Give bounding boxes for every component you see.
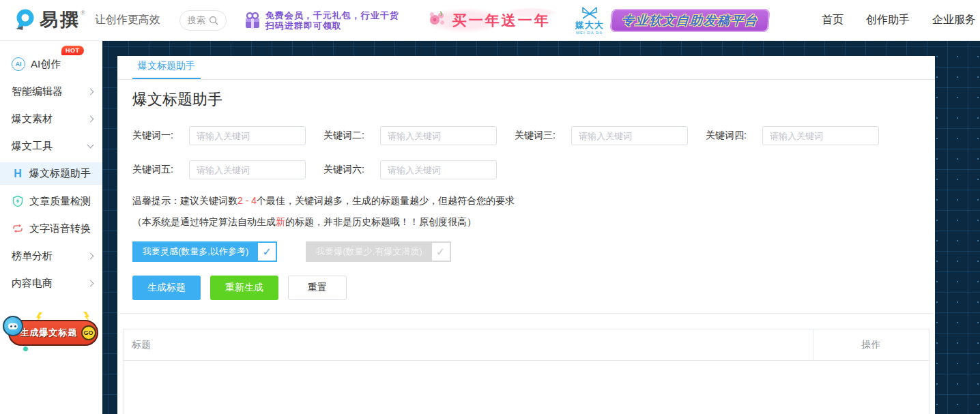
reset-button[interactable]: 重置 [288, 276, 347, 300]
app-logo-text: 易撰 [40, 8, 81, 31]
sidebar-item-viral-material[interactable]: 爆文素材 [0, 105, 102, 132]
sidebar-item-viral-title-assistant[interactable]: H 爆文标题助手 [0, 162, 102, 185]
top-header: 易撰 ® 让创作更高效 搜索 免费会员，千元礼包，行业干货 扫码进群即可领取 [0, 0, 980, 41]
chevron-right-icon [87, 252, 94, 259]
tips-text: 温馨提示：建议关键词数2 - 4个最佳，关键词越多，生成的标题量越少，但越符合您… [132, 190, 920, 233]
keyword-group-2: 关键词二: [323, 126, 515, 145]
keyword-label-2: 关键词二: [323, 130, 380, 142]
promo-banner-gift[interactable]: 免费会员，千元礼包，行业干货 扫码进群即可领取 [243, 10, 399, 31]
sidebar-item-viral-tools[interactable]: 爆文工具 [0, 132, 102, 160]
sidebar-item-ranking-analysis[interactable]: 榜单分析 [0, 242, 102, 269]
sidebar: AI AI创作 HOT 智能编辑器 爆文素材 爆文工具 H 爆文标题助手 文章质… [0, 41, 102, 414]
keyword-input-3[interactable] [571, 126, 688, 145]
robot-mascot-icon [3, 316, 23, 336]
gift-icon [243, 11, 262, 30]
column-header-title: 标题 [124, 329, 813, 360]
search-label: 搜索 [188, 14, 205, 27]
promo-banner-softarticle[interactable]: 专业软文自助发稿平台 [609, 9, 769, 32]
anniversary-promo-text: 买一年送一年 [452, 11, 551, 30]
sidebar-item-ai-creation[interactable]: AI AI创作 HOT [0, 50, 102, 78]
gift-promo-line1: 免费会员，千元礼包，行业干货 [265, 10, 399, 20]
keyword-group-4: 关键词四: [706, 126, 897, 145]
tab-viral-title-assistant[interactable]: 爆文标题助手 [132, 60, 201, 79]
checkbox-checked-icon[interactable]: ✓ [258, 243, 276, 261]
main-content-area: 爆文标题助手 爆文标题助手 关键词一: 关键词二: 关键词三: 关键词四: [102, 41, 980, 414]
toggle-inspiration-mode[interactable]: 我要灵感(数量多,以作参考) ✓ [132, 241, 277, 262]
meidada-subtitle: MEI DA DA [576, 31, 603, 35]
keyword-group-6: 关键词六: [323, 160, 515, 179]
page-title: 爆文标题助手 [132, 89, 920, 110]
ai-chat-icon: AI [12, 57, 25, 71]
meidada-name: 媒大大 [575, 20, 604, 29]
search-button[interactable]: 搜索 [179, 10, 227, 31]
keyword-label-6: 关键词六: [323, 164, 380, 176]
keyword-input-5[interactable] [189, 160, 306, 179]
promo-text: 生成爆文标题 [20, 327, 78, 339]
keyword-label-1: 关键词一: [132, 130, 189, 142]
app-tagline: 让创作更高效 [95, 13, 160, 27]
keyword-group-3: 关键词三: [515, 126, 706, 145]
sidebar-item-text-to-speech[interactable]: 文字语音转换 [0, 215, 102, 242]
keyword-group-5: 关键词五: [132, 160, 323, 179]
hot-badge: HOT [61, 46, 84, 55]
checkbox-unchecked-icon[interactable]: ✓ [432, 243, 450, 261]
content-card: 爆文标题助手 爆文标题助手 关键词一: 关键词二: 关键词三: 关键词四: [117, 56, 935, 414]
softarticle-promo-text: 专业软文自助发稿平台 [621, 14, 758, 27]
meidada-bow-icon [581, 6, 599, 20]
regenerate-button[interactable]: 重新生成 [210, 276, 278, 300]
h-icon: H [12, 168, 24, 180]
keyword-group-1: 关键词一: [132, 126, 323, 145]
keyword-input-6[interactable] [380, 160, 497, 179]
meidada-logo[interactable]: 媒大大 MEI DA DA [575, 6, 604, 35]
keyword-form: 关键词一: 关键词二: 关键词三: 关键词四: 关键词五: [132, 126, 920, 194]
chevron-right-icon [87, 115, 94, 122]
top-nav: 首页 创作助手 企业服务 [799, 13, 980, 27]
action-buttons: 生成标题 重新生成 重置 [132, 276, 920, 300]
generate-viral-title-promo[interactable]: 生成爆文标题 GO [3, 314, 100, 350]
nav-creation-assistant[interactable]: 创作助手 [866, 13, 910, 27]
keyword-input-1[interactable] [189, 126, 306, 145]
keyword-input-2[interactable] [380, 126, 497, 145]
results-table: 标题 操作 [123, 329, 929, 414]
generate-title-button[interactable]: 生成标题 [132, 276, 201, 300]
promo-banner-anniversary[interactable]: 买一年送一年 [425, 8, 558, 33]
go-button: GO [81, 325, 96, 340]
search-icon [209, 16, 218, 25]
flower-icon [427, 9, 450, 32]
registered-mark: ® [81, 10, 85, 16]
toggle-viral-mode[interactable]: 我要爆(数量少,有爆文潜质) ✓ [306, 241, 450, 262]
decor-dot [23, 346, 28, 351]
chevron-down-icon [87, 142, 94, 149]
loop-arrows-icon [12, 222, 24, 235]
app-logo-icon [14, 8, 37, 33]
keyword-input-4[interactable] [762, 126, 879, 145]
mode-toggles: 我要灵感(数量多,以作参考) ✓ 我要爆(数量少,有爆文潜质) ✓ [132, 241, 920, 262]
app-logo[interactable]: 易撰 ® [14, 8, 85, 33]
keyword-label-3: 关键词三: [515, 130, 571, 142]
tab-bar: 爆文标题助手 [117, 56, 935, 80]
section-divider [120, 313, 932, 314]
sidebar-item-smart-editor[interactable]: 智能编辑器 [0, 78, 102, 105]
nav-home[interactable]: 首页 [822, 13, 844, 27]
table-header-row: 标题 操作 [124, 329, 929, 361]
tips-line-1: 温馨提示：建议关键词数2 - 4个最佳，关键词越多，生成的标题量越少，但越符合您… [132, 190, 920, 211]
chevron-right-icon [87, 280, 94, 286]
column-header-action: 操作 [813, 329, 929, 360]
nav-enterprise-service[interactable]: 企业服务 [932, 13, 976, 27]
sidebar-item-article-quality-check[interactable]: 文章质量检测 [0, 188, 102, 215]
keyword-label-5: 关键词五: [132, 164, 189, 176]
keyword-label-4: 关键词四: [706, 130, 762, 142]
table-body-empty [124, 361, 929, 414]
chevron-right-icon [87, 88, 94, 95]
tips-line-2: （本系统是通过特定算法自动生成新的标题，并非是历史标题哦！！原创度很高） [132, 211, 920, 233]
gift-promo-line2: 扫码进群即可领取 [265, 20, 399, 31]
sidebar-item-content-ecommerce[interactable]: 内容电商 [0, 269, 102, 297]
shield-bolt-icon [12, 195, 24, 207]
